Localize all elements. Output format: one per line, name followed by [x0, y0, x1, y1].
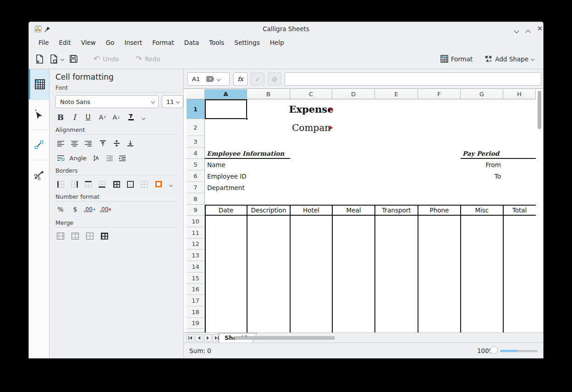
row-header-6[interactable]: 6	[187, 170, 205, 182]
cell-reference-box[interactable]: A1 ×	[187, 72, 230, 86]
border-color-button[interactable]	[153, 179, 165, 190]
column-header-h[interactable]: H	[503, 89, 536, 99]
undo-button[interactable]: ↶ Undo	[91, 52, 122, 66]
table-header-misc[interactable]: Misc	[461, 205, 503, 216]
row-header-20-partial[interactable]	[187, 329, 205, 332]
tool-selection[interactable]	[29, 99, 49, 130]
menu-item-data[interactable]: Data	[179, 37, 204, 48]
align-top-button[interactable]	[97, 138, 109, 149]
open-document-button[interactable]	[47, 52, 66, 66]
column-header-f[interactable]: F	[418, 89, 461, 99]
cell-c1[interactable]: Expense	[290, 99, 332, 119]
menu-item-go[interactable]: Go	[101, 37, 120, 48]
menu-item-format[interactable]: Format	[147, 37, 179, 48]
row-header-1[interactable]: 1	[187, 99, 205, 119]
pin-icon[interactable]	[44, 26, 51, 33]
row-header-14[interactable]: 14	[187, 261, 205, 272]
indent-less-button[interactable]	[104, 152, 116, 163]
decrease-precision-button[interactable]: .00x	[99, 204, 111, 215]
new-document-button[interactable]	[33, 52, 47, 66]
column-header-g[interactable]: G	[461, 89, 503, 99]
next-sheet-button[interactable]	[204, 334, 212, 342]
cell-g6[interactable]: To	[461, 170, 503, 182]
table-header-phone[interactable]: Phone	[418, 205, 461, 216]
row-header-18[interactable]: 18	[187, 306, 205, 318]
align-middle-button[interactable]	[110, 138, 122, 149]
menu-item-file[interactable]: File	[33, 37, 54, 48]
vertical-scrollbar[interactable]	[538, 91, 541, 129]
minimize-button[interactable]	[515, 26, 522, 32]
percent-format-button[interactable]: %	[55, 204, 66, 215]
row-header-13[interactable]: 13	[187, 250, 205, 261]
menu-item-view[interactable]: View	[76, 37, 101, 48]
currency-format-button[interactable]: $	[69, 204, 81, 215]
font-family-combo[interactable]: Noto Sans	[55, 95, 159, 108]
column-header-d[interactable]: D	[332, 89, 375, 99]
cell-a6[interactable]: Employee ID	[205, 170, 247, 182]
border-more-chevron-icon[interactable]	[165, 180, 177, 191]
menu-item-help[interactable]: Help	[265, 37, 289, 48]
dissociate-cells-button[interactable]	[99, 230, 110, 241]
merge-vertical-button[interactable]	[84, 230, 96, 241]
italic-button[interactable]: I	[68, 112, 80, 123]
format-button[interactable]: Format	[438, 52, 476, 66]
table-header-description[interactable]: Description	[247, 205, 290, 216]
vertical-text-button[interactable]: A	[91, 152, 103, 163]
wrap-text-button[interactable]	[55, 152, 66, 163]
row-header-5[interactable]: 5	[187, 159, 205, 170]
zoom-slider-handle[interactable]	[490, 346, 498, 354]
row-header-2[interactable]: 2	[187, 119, 205, 136]
column-header-c[interactable]: C	[290, 89, 332, 99]
font-size-combo[interactable]: 11	[162, 95, 183, 108]
font-more-chevron-icon[interactable]	[138, 113, 149, 124]
cell-g4[interactable]: Pay Period	[461, 147, 503, 159]
row-header-10[interactable]: 10	[187, 216, 205, 227]
table-header-hotel[interactable]: Hotel	[290, 205, 332, 216]
bold-button[interactable]: B	[55, 112, 66, 123]
cell-reference-chevron-icon[interactable]	[217, 77, 220, 81]
cell-a7[interactable]: Department	[205, 182, 247, 193]
border-all-button[interactable]	[110, 179, 122, 190]
table-header-total[interactable]: Total	[503, 205, 536, 216]
row-header-9[interactable]: 9	[187, 205, 205, 216]
clear-reference-icon[interactable]: ×	[206, 76, 214, 82]
cell-a4[interactable]: Employee Information	[205, 147, 247, 159]
add-shape-chevron-icon[interactable]	[531, 57, 534, 60]
table-header-meal[interactable]: Meal	[332, 205, 375, 216]
grid-corner[interactable]	[187, 89, 205, 99]
previous-sheet-button[interactable]	[195, 334, 203, 342]
grow-font-button[interactable]: A↑	[97, 112, 109, 123]
tool-connector[interactable]	[29, 130, 49, 160]
border-outline-button[interactable]	[124, 179, 136, 190]
merge-horizontal-button[interactable]	[69, 230, 81, 241]
row-header-11[interactable]: 11	[187, 227, 205, 239]
cancel-formula-button[interactable]: ⊘	[268, 72, 281, 86]
indent-more-button[interactable]	[116, 152, 128, 163]
menu-item-insert[interactable]: Insert	[120, 37, 148, 48]
border-top-button[interactable]	[82, 179, 94, 190]
shrink-font-button[interactable]: A↓	[110, 112, 122, 123]
row-header-4[interactable]: 4	[187, 147, 205, 159]
menu-item-tools[interactable]: Tools	[204, 37, 229, 48]
sheet-view[interactable]: ABCDEFGH12345678910111213141516171819Exp…	[184, 88, 544, 332]
row-header-16[interactable]: 16	[187, 284, 205, 295]
row-header-15[interactable]: 15	[187, 272, 205, 284]
row-header-19[interactable]: 19	[187, 318, 205, 329]
angle-button[interactable]: Angle	[67, 152, 88, 163]
increase-precision-button[interactable]: .00+	[84, 204, 96, 215]
tool-path-edit[interactable]	[29, 160, 49, 190]
border-bottom-button[interactable]	[96, 179, 108, 190]
cell-a5[interactable]: Name	[205, 159, 247, 170]
font-color-button[interactable]: T	[125, 112, 137, 123]
underline-button[interactable]: U	[82, 112, 94, 123]
row-header-8[interactable]: 8	[187, 193, 205, 205]
selection-fill-handle[interactable]	[245, 117, 248, 120]
align-right-button[interactable]	[82, 138, 94, 149]
save-button[interactable]	[66, 52, 81, 66]
row-header-7[interactable]: 7	[187, 182, 205, 193]
cell-g5[interactable]: From	[461, 159, 503, 170]
redo-button[interactable]: ↷ Redo	[133, 52, 163, 66]
table-header-date[interactable]: Date	[205, 205, 247, 216]
row-header-3[interactable]: 3	[187, 136, 205, 147]
border-right-button[interactable]	[68, 179, 80, 190]
